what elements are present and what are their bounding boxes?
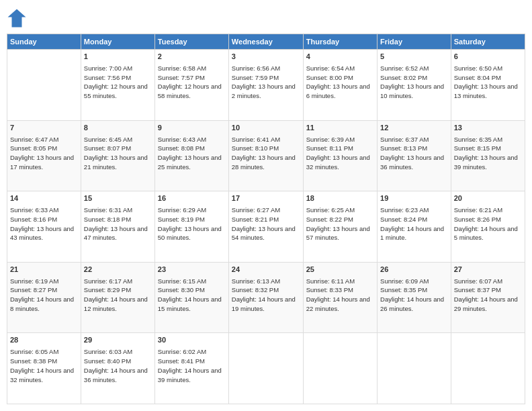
daylight-text: Daylight: 13 hours and 21 minutes. [84, 154, 148, 171]
calendar-cell: 9Sunrise: 6:43 AMSunset: 8:08 PMDaylight… [154, 120, 228, 191]
sunset-text: Sunset: 8:32 PM [232, 286, 279, 293]
cell-content: 28Sunrise: 6:05 AMSunset: 8:38 PMDayligh… [10, 335, 78, 384]
day-number: 20 [454, 193, 522, 204]
daylight-text: Daylight: 13 hours and 36 minutes. [380, 154, 444, 171]
sunset-text: Sunset: 8:00 PM [306, 74, 353, 81]
calendar-table: SundayMondayTuesdayWednesdayThursdayFrid… [7, 34, 525, 404]
sunrise-text: Sunrise: 6:50 AM [454, 64, 502, 72]
calendar-cell [451, 333, 525, 404]
cell-content: 14Sunrise: 6:33 AMSunset: 8:16 PMDayligh… [10, 193, 78, 242]
sunrise-text: Sunrise: 6:31 AM [84, 206, 132, 214]
daylight-text: Daylight: 13 hours and 50 minutes. [158, 225, 222, 242]
cell-content: 29Sunrise: 6:03 AMSunset: 8:40 PMDayligh… [84, 335, 152, 384]
sunrise-text: Sunrise: 6:52 AM [380, 64, 429, 72]
column-header-tuesday: Tuesday [154, 34, 228, 50]
sunset-text: Sunset: 8:30 PM [158, 286, 205, 293]
calendar-cell: 27Sunrise: 6:07 AMSunset: 8:37 PMDayligh… [451, 262, 525, 333]
sunrise-text: Sunrise: 6:29 AM [158, 206, 206, 214]
day-number: 22 [84, 265, 152, 275]
cell-content: 20Sunrise: 6:21 AMSunset: 8:26 PMDayligh… [454, 193, 522, 242]
calendar-cell: 4Sunrise: 6:54 AMSunset: 8:00 PMDaylight… [303, 50, 377, 121]
sunrise-text: Sunrise: 6:39 AM [306, 136, 355, 143]
daylight-text: Daylight: 14 hours and 26 minutes. [380, 295, 444, 312]
daylight-text: Daylight: 12 hours and 58 minutes. [158, 83, 222, 99]
sunrise-text: Sunrise: 6:07 AM [454, 277, 502, 285]
calendar-cell: 6Sunrise: 6:50 AMSunset: 8:04 PMDaylight… [451, 50, 525, 121]
cell-content: 21Sunrise: 6:19 AMSunset: 8:27 PMDayligh… [10, 265, 78, 314]
sunset-text: Sunset: 8:33 PM [306, 286, 353, 293]
daylight-text: Daylight: 13 hours and 17 minutes. [10, 154, 74, 171]
calendar-cell: 29Sunrise: 6:03 AMSunset: 8:40 PMDayligh… [81, 333, 154, 404]
cell-content: 30Sunrise: 6:02 AMSunset: 8:41 PMDayligh… [158, 335, 226, 384]
cell-content: 12Sunrise: 6:37 AMSunset: 8:13 PMDayligh… [380, 123, 448, 172]
calendar-cell: 16Sunrise: 6:29 AMSunset: 8:19 PMDayligh… [154, 191, 228, 263]
sunrise-text: Sunrise: 6:25 AM [306, 206, 355, 214]
sunset-text: Sunset: 8:24 PM [380, 216, 427, 223]
sunrise-text: Sunrise: 6:02 AM [158, 348, 206, 355]
cell-content: 10Sunrise: 6:41 AMSunset: 8:10 PMDayligh… [232, 123, 300, 172]
daylight-text: Daylight: 13 hours and 2 minutes. [232, 83, 296, 99]
sunrise-text: Sunrise: 6:54 AM [306, 64, 355, 72]
cell-content: 9Sunrise: 6:43 AMSunset: 8:08 PMDaylight… [158, 123, 226, 172]
calendar-cell: 21Sunrise: 6:19 AMSunset: 8:27 PMDayligh… [7, 262, 81, 333]
week-row: 28Sunrise: 6:05 AMSunset: 8:38 PMDayligh… [7, 333, 525, 404]
column-header-saturday: Saturday [451, 34, 525, 50]
sunrise-text: Sunrise: 6:23 AM [380, 206, 429, 214]
daylight-text: Daylight: 13 hours and 6 minutes. [306, 83, 370, 99]
day-number: 23 [158, 265, 226, 275]
column-header-sunday: Sunday [7, 34, 81, 50]
calendar-cell: 13Sunrise: 6:35 AMSunset: 8:15 PMDayligh… [451, 120, 525, 191]
sunset-text: Sunset: 8:08 PM [158, 144, 205, 152]
calendar-cell: 12Sunrise: 6:37 AMSunset: 8:13 PMDayligh… [378, 120, 451, 191]
calendar-cell [303, 333, 377, 404]
sunrise-text: Sunrise: 6:47 AM [10, 136, 58, 143]
sunrise-text: Sunrise: 6:19 AM [10, 277, 58, 285]
calendar-cell: 23Sunrise: 6:15 AMSunset: 8:30 PMDayligh… [154, 262, 228, 333]
cell-content: 7Sunrise: 6:47 AMSunset: 8:05 PMDaylight… [10, 123, 78, 172]
day-number: 11 [306, 123, 374, 134]
cell-content: 3Sunrise: 6:56 AMSunset: 7:59 PMDaylight… [232, 52, 300, 101]
day-number: 16 [158, 193, 226, 204]
daylight-text: Daylight: 14 hours and 36 minutes. [84, 367, 148, 383]
sunrise-text: Sunrise: 6:03 AM [84, 348, 132, 355]
daylight-text: Daylight: 14 hours and 19 minutes. [232, 295, 296, 312]
sunset-text: Sunset: 8:04 PM [454, 74, 501, 81]
cell-content: 1Sunrise: 7:00 AMSunset: 7:56 PMDaylight… [84, 52, 152, 101]
sunset-text: Sunset: 8:41 PM [158, 357, 205, 365]
day-number: 17 [232, 193, 300, 204]
day-number: 13 [454, 123, 522, 134]
week-row: 7Sunrise: 6:47 AMSunset: 8:05 PMDaylight… [7, 120, 525, 191]
daylight-text: Daylight: 14 hours and 39 minutes. [158, 367, 222, 383]
daylight-text: Daylight: 13 hours and 25 minutes. [158, 154, 222, 171]
sunrise-text: Sunrise: 6:35 AM [454, 136, 502, 143]
calendar-cell: 11Sunrise: 6:39 AMSunset: 8:11 PMDayligh… [303, 120, 377, 191]
cell-content: 25Sunrise: 6:11 AMSunset: 8:33 PMDayligh… [306, 265, 374, 314]
cell-content: 24Sunrise: 6:13 AMSunset: 8:32 PMDayligh… [232, 265, 300, 314]
daylight-text: Daylight: 13 hours and 47 minutes. [84, 225, 148, 242]
daylight-text: Daylight: 13 hours and 54 minutes. [232, 225, 296, 242]
day-number: 7 [10, 123, 78, 134]
day-number: 30 [158, 335, 226, 346]
calendar-cell: 28Sunrise: 6:05 AMSunset: 8:38 PMDayligh… [7, 333, 81, 404]
sunset-text: Sunset: 8:11 PM [306, 144, 353, 152]
cell-content: 17Sunrise: 6:27 AMSunset: 8:21 PMDayligh… [232, 193, 300, 242]
daylight-text: Daylight: 14 hours and 1 minute. [380, 225, 444, 242]
calendar-cell: 14Sunrise: 6:33 AMSunset: 8:16 PMDayligh… [7, 191, 81, 263]
daylight-text: Daylight: 13 hours and 39 minutes. [454, 154, 518, 171]
sunrise-text: Sunrise: 6:27 AM [232, 206, 280, 214]
sunset-text: Sunset: 8:13 PM [380, 144, 427, 152]
sunset-text: Sunset: 8:21 PM [232, 216, 279, 223]
cell-content: 5Sunrise: 6:52 AMSunset: 8:02 PMDaylight… [380, 52, 448, 101]
daylight-text: Daylight: 13 hours and 10 minutes. [380, 83, 444, 99]
cell-content: 11Sunrise: 6:39 AMSunset: 8:11 PMDayligh… [306, 123, 374, 172]
calendar-cell: 7Sunrise: 6:47 AMSunset: 8:05 PMDaylight… [7, 120, 81, 191]
calendar-cell: 10Sunrise: 6:41 AMSunset: 8:10 PMDayligh… [228, 120, 303, 191]
day-number: 28 [10, 335, 78, 346]
column-header-friday: Friday [378, 34, 451, 50]
cell-content: 19Sunrise: 6:23 AMSunset: 8:24 PMDayligh… [380, 193, 448, 242]
day-number: 3 [232, 52, 300, 62]
daylight-text: Daylight: 14 hours and 15 minutes. [158, 295, 222, 312]
sunrise-text: Sunrise: 6:11 AM [306, 277, 355, 285]
calendar-cell: 3Sunrise: 6:56 AMSunset: 7:59 PMDaylight… [228, 50, 303, 121]
daylight-text: Daylight: 13 hours and 13 minutes. [454, 83, 518, 99]
